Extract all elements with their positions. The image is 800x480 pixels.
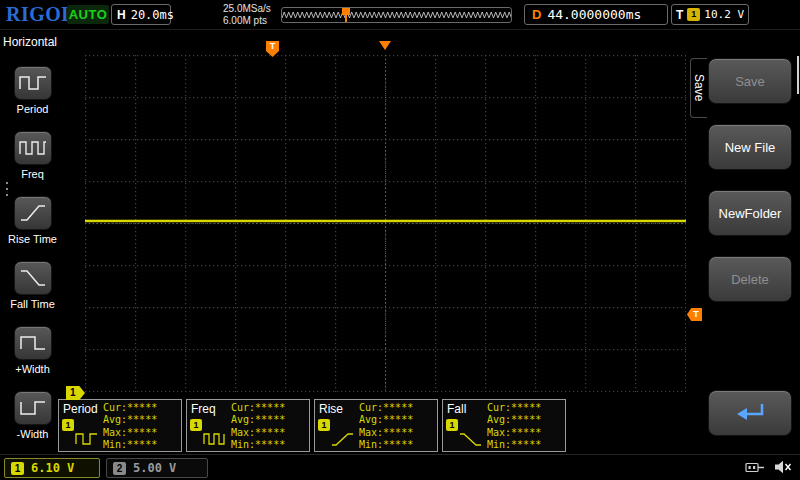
left-menu-horizontal-measure: Horizontal Period Freq Rise Time Fall T (0, 30, 65, 454)
channel1-ground-marker[interactable]: 1 (66, 386, 85, 400)
cur-value: Cur:***** (359, 402, 413, 414)
channel-badge: 1 (318, 419, 330, 431)
channel2-status[interactable]: 2 5.00 V (106, 458, 208, 478)
delay-box: D 44.0000000ms (524, 4, 668, 25)
measurement-name: Rise (319, 402, 343, 416)
cur-value: Cur:***** (487, 402, 541, 414)
channel-badge: 1 (446, 419, 458, 431)
trigger-source-badge: 1 (687, 8, 700, 21)
avg-value: Avg:***** (103, 414, 157, 426)
new-folder-button[interactable]: NewFolder (708, 190, 792, 236)
rise-meas-icon (331, 430, 355, 452)
delay-label: D (532, 7, 541, 22)
avg-value: Avg:***** (231, 414, 285, 426)
waveform-preview-icon (282, 8, 511, 22)
channel1-status[interactable]: 1 6.10 V (4, 458, 100, 478)
channel1-scale: 6.10 V (31, 461, 74, 475)
channel2-scale: 5.00 V (133, 461, 176, 475)
menu-item-minus-width[interactable]: -Width (0, 391, 65, 440)
waveform-position-strip[interactable] (281, 7, 512, 23)
menu-item-plus-width[interactable]: +Width (0, 326, 65, 375)
plus-width-icon (14, 326, 52, 360)
measurement-name: Freq (191, 402, 216, 416)
horizontal-timebase-box[interactable]: H 20.0ms (111, 4, 171, 25)
memory-depth: 6.00M pts (223, 15, 271, 27)
freq-meas-icon (203, 430, 227, 452)
menu-scrollbar[interactable] (797, 56, 799, 94)
period-meas-icon (75, 430, 99, 452)
menu-item-label: Rise Time (0, 233, 65, 245)
measurement-rise: Rise 1 Cur:***** Avg:***** Max:***** Min… (314, 399, 438, 452)
measurement-fall: Fall 1 Cur:***** Avg:***** Max:***** Min… (442, 399, 566, 452)
min-value: Min:***** (103, 439, 157, 451)
channel2-badge: 2 (113, 462, 126, 475)
delay-position-icon (379, 41, 391, 50)
fall-time-icon (14, 261, 52, 295)
channel1-badge: 1 (11, 462, 24, 475)
measurement-values: Cur:***** Avg:***** Max:***** Min:***** (359, 402, 413, 452)
min-value: Min:***** (487, 439, 541, 451)
timebase-value: 20.0ms (131, 8, 174, 22)
measurement-period: Period 1 Cur:***** Avg:***** Max:***** M… (58, 399, 182, 452)
oscilloscope-screen: RIGOL AUTO H 20.0ms 25.0MSa/s 6.00M pts (0, 0, 800, 480)
measurement-row: Period 1 Cur:***** Avg:***** Max:***** M… (58, 399, 566, 452)
menu-item-label: +Width (0, 363, 65, 375)
fall-meas-icon (459, 430, 483, 452)
measurement-name: Period (63, 402, 98, 416)
menu-item-freq[interactable]: Freq (0, 131, 65, 180)
min-value: Min:***** (359, 439, 413, 451)
max-value: Max:***** (231, 427, 285, 439)
graticule (85, 55, 686, 392)
period-icon (14, 66, 52, 100)
measurement-values: Cur:***** Avg:***** Max:***** Min:***** (487, 402, 541, 452)
menu-item-period[interactable]: Period (0, 66, 65, 115)
max-value: Max:***** (487, 427, 541, 439)
top-bar: RIGOL AUTO H 20.0ms 25.0MSa/s 6.00M pts (0, 0, 800, 30)
channel-badge: 1 (62, 419, 74, 431)
measurement-name: Fall (447, 402, 466, 416)
measurement-values: Cur:***** Avg:***** Max:***** Min:***** (231, 402, 285, 452)
menu-item-label: Period (0, 103, 65, 115)
acquisition-info: 25.0MSa/s 6.00M pts (223, 3, 271, 27)
trigger-level-value: 10.2 V (704, 8, 744, 21)
menu-item-rise-time[interactable]: Rise Time (0, 196, 65, 245)
min-value: Min:***** (231, 439, 285, 451)
channel-badge: 1 (190, 419, 202, 431)
delete-button[interactable]: Delete (708, 256, 792, 302)
measurement-freq: Freq 1 Cur:***** Avg:***** Max:***** Min… (186, 399, 310, 452)
right-menu-save: Save Save New File NewFolder Delete (688, 30, 800, 454)
cur-value: Cur:***** (231, 402, 285, 414)
bottom-bar: 1 6.10 V 2 5.00 V (0, 454, 800, 480)
sample-rate: 25.0MSa/s (223, 3, 271, 15)
cur-value: Cur:***** (103, 402, 157, 414)
channel1-trace (85, 220, 686, 221)
graticule-grid (85, 55, 686, 392)
trigger-box: T 1 10.2 V (671, 4, 749, 25)
menu-item-label: -Width (0, 428, 65, 440)
rise-time-icon (14, 196, 52, 230)
h-label: H (117, 8, 126, 22)
left-menu-title: Horizontal (3, 35, 57, 49)
rigol-logo: RIGOL (6, 3, 75, 26)
minus-width-icon (14, 391, 52, 425)
delay-value: 44.0000000ms (547, 7, 641, 22)
enter-button[interactable] (708, 390, 792, 436)
menu-item-fall-time[interactable]: Fall Time (0, 261, 65, 310)
measurement-values: Cur:***** Avg:***** Max:***** Min:***** (103, 402, 157, 452)
menu-item-label: Freq (0, 168, 65, 180)
max-value: Max:***** (103, 427, 157, 439)
speaker-muted-icon (774, 460, 792, 478)
run-state-badge: AUTO (67, 5, 109, 24)
save-button[interactable]: Save (708, 58, 792, 104)
enter-arrow-icon (728, 399, 772, 428)
trigger-label: T (676, 8, 683, 22)
avg-value: Avg:***** (487, 414, 541, 426)
usb-icon (745, 460, 765, 478)
new-file-button[interactable]: New File (708, 124, 792, 170)
avg-value: Avg:***** (359, 414, 413, 426)
menu-item-label: Fall Time (0, 298, 65, 310)
status-icons (745, 460, 792, 478)
max-value: Max:***** (359, 427, 413, 439)
freq-icon (14, 131, 52, 165)
right-menu-tab-title: Save (690, 58, 707, 118)
